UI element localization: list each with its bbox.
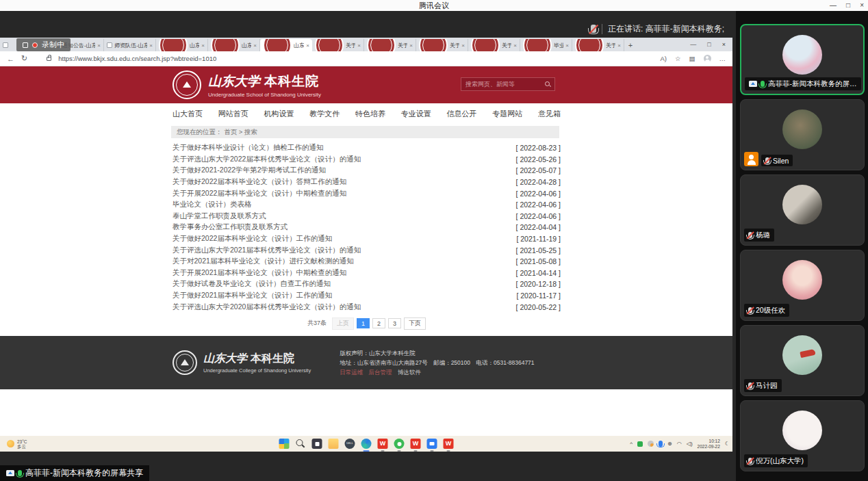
refresh-icon[interactable]: ↻ — [21, 54, 27, 63]
notice-title-link[interactable]: 泰山学堂工作职责及联系方式 — [173, 211, 266, 221]
tray-icon[interactable]: ^ — [630, 441, 633, 447]
close-icon[interactable]: × — [860, 0, 864, 11]
tab-close-icon[interactable]: × — [149, 42, 153, 49]
tray-icon[interactable]: ◁) — [687, 441, 693, 447]
footer-link-admin[interactable]: 后台管理 — [369, 369, 392, 376]
maximize-icon[interactable]: □ — [846, 0, 850, 11]
taskbar-app-icon[interactable] — [394, 439, 405, 449]
site-nav-item[interactable]: 网站首页 — [218, 109, 248, 119]
tab-close-icon[interactable]: × — [617, 42, 621, 49]
minimize-icon[interactable]: — — [830, 0, 837, 11]
notice-title-link[interactable]: 关于做好2021-2022学年第2学期考试工作的通知 — [173, 166, 326, 175]
taskbar-app-icon[interactable]: DELL — [345, 439, 355, 449]
tab-close-icon[interactable]: × — [565, 42, 569, 49]
browser-tab[interactable]: 关于做好202 × — [416, 39, 468, 51]
tab-close-icon[interactable]: × — [97, 42, 101, 49]
taskbar-app-icon[interactable] — [329, 439, 339, 449]
pagination-next-button[interactable]: 下页 — [404, 317, 426, 330]
notice-title-link[interactable]: 关于做好2022届本科毕业论文（设计）答辩工作的通知 — [173, 177, 346, 187]
browser-tab[interactable]: 山东大学本科 × — [260, 39, 312, 51]
search-icon[interactable] — [545, 81, 550, 87]
participant-tile[interactable]: 倪万(山东大学) — [740, 400, 865, 471]
browser-tab[interactable]: 山东大学本科 × — [208, 39, 260, 51]
browser-toolbar-icon[interactable]: … — [719, 55, 726, 62]
pagination-page-button[interactable]: 1 — [357, 318, 370, 328]
pagination: 共37条 上页 1 2 3 下页 — [173, 317, 561, 330]
tray-icon[interactable] — [648, 441, 654, 447]
browser-tab[interactable]: 关于做好202 × — [572, 39, 624, 51]
browser-close-icon[interactable]: × — [722, 41, 726, 48]
site-nav-item[interactable]: 信息公开 — [447, 109, 477, 119]
notice-title-link[interactable]: 关于开展2022届本科毕业论文（设计）中期检查的通知 — [173, 189, 346, 198]
site-nav-item[interactable]: 意见箱 — [538, 109, 561, 119]
tab-close-icon[interactable]: × — [461, 42, 465, 49]
stop-recording-icon[interactable] — [23, 42, 28, 48]
browser-tab[interactable]: 关于做好本科 × — [312, 39, 364, 51]
browser-toolbar-icon[interactable]: A) — [660, 55, 667, 62]
pagination-prev-button[interactable]: 上页 — [332, 317, 354, 330]
tab-close-icon[interactable]: × — [409, 42, 413, 49]
notice-title-link[interactable]: 关于对2021届本科毕业论文（设计）进行文献检测的通知 — [173, 257, 354, 266]
notice-title-link[interactable]: 关于做好试卷及毕业论文（设计）自查工作的通知 — [173, 279, 331, 289]
site-nav-item[interactable]: 机构设置 — [264, 109, 294, 119]
browser-minimize-icon[interactable]: — — [690, 41, 696, 48]
screen-share-icon — [749, 81, 757, 87]
tray-icon[interactable]: ◠ — [677, 441, 682, 447]
site-nav-item[interactable]: 专业设置 — [401, 109, 431, 119]
browser-tab[interactable]: 毕业论文 (设 × — [520, 39, 572, 51]
tab-close-icon[interactable]: × — [306, 42, 309, 49]
browser-maximize-icon[interactable]: □ — [707, 41, 711, 48]
participant-tile[interactable]: 马计园 — [740, 325, 865, 396]
browser-tab[interactable]: 师资队伍-山东 × — [104, 39, 156, 51]
notice-title-link[interactable]: 关于评选山东大学2021届本科优秀毕业论文（设计）的通知 — [173, 246, 361, 255]
browser-toolbar-icon[interactable]: ☆ — [675, 55, 681, 62]
taskbar-app-icon[interactable] — [427, 439, 437, 449]
browser-tab[interactable]: 山东大学 SHA × — [156, 39, 208, 51]
tab-close-icon[interactable]: × — [201, 42, 205, 49]
footer-link-ops[interactable]: 日常运维 — [340, 369, 363, 376]
back-icon[interactable]: ← — [7, 55, 14, 63]
notice-title-link[interactable]: 关于评选山东大学2022届本科优秀毕业论文（设计）的通知 — [173, 155, 361, 164]
taskbar-clock[interactable]: 10:12 2022-09-22 — [698, 439, 720, 450]
taskbar-app-icon[interactable]: W — [444, 439, 454, 449]
tray-icon[interactable] — [659, 441, 663, 447]
site-nav-item[interactable]: 专题网站 — [492, 109, 522, 119]
participant-tile[interactable]: 高菲菲-新闻本科教务的屏幕... — [740, 24, 865, 95]
browser-tab[interactable]: 关于评选山东 × — [364, 39, 416, 51]
participant-tile[interactable]: 杨璐 — [740, 174, 865, 246]
notice-title-link[interactable]: 关于做好2021届本科毕业论文（设计）工作的通知 — [173, 291, 332, 300]
pagination-page-button[interactable]: 2 — [372, 318, 385, 328]
taskbar-app-icon[interactable] — [361, 439, 372, 449]
tab-close-icon[interactable]: × — [357, 42, 361, 49]
notice-title-link[interactable]: 关于做好2022届本科毕业论文（设计）工作的通知 — [173, 234, 332, 244]
tab-close-icon[interactable]: × — [513, 42, 517, 49]
notice-title-link[interactable]: 关于做好本科毕业设计（论文）抽检工作的通知 — [173, 143, 324, 153]
taskbar-app-icon[interactable] — [279, 439, 290, 449]
site-nav-item[interactable]: 教学文件 — [309, 109, 340, 119]
browser-tab[interactable]: 关于开展202 × — [468, 39, 520, 51]
tray-icon[interactable] — [637, 441, 643, 447]
taskbar-app-icon[interactable] — [296, 439, 306, 449]
taskbar-app-icon[interactable]: W — [411, 439, 421, 449]
night-light-icon[interactable]: ☾ — [725, 441, 730, 447]
notice-title-link[interactable]: 关于开展2021届本科毕业论文（设计）中期检查的通知 — [173, 268, 346, 278]
participant-tile[interactable]: Silen — [740, 99, 865, 170]
tab-close-icon[interactable]: × — [253, 42, 257, 49]
site-nav-item[interactable]: 特色培养 — [355, 109, 385, 119]
notice-title-link[interactable]: 教学事务办公室工作职责及联系方式 — [173, 222, 288, 232]
new-tab-button[interactable]: + — [624, 39, 637, 51]
browser-toolbar-icon[interactable] — [704, 55, 711, 62]
url-field[interactable]: https://www.bkjx.sdu.edu.cn/search.jsp?w… — [58, 55, 653, 62]
pagination-page-button[interactable]: 3 — [388, 318, 401, 328]
taskbar-weather-widget[interactable]: 23°C 多云 — [7, 439, 27, 449]
browser-toolbar-icon[interactable]: ▤ — [689, 55, 695, 62]
participant-tile[interactable]: 20级任欢 — [740, 250, 865, 321]
tray-icon[interactable]: ⊕ — [667, 441, 672, 447]
site-nav-item[interactable]: 山大首页 — [173, 109, 203, 119]
site-search-input[interactable] — [465, 81, 542, 88]
taskbar-app-icon[interactable]: W — [378, 439, 388, 449]
taskbar-app-icon[interactable] — [312, 439, 322, 449]
notice-title-link[interactable]: 毕业论文（设计）类表格 — [173, 200, 252, 209]
site-search-box — [461, 77, 555, 91]
notice-title-link[interactable]: 关于评选山东大学2020届本科优秀毕业论文（设计）的通知 — [173, 302, 361, 312]
